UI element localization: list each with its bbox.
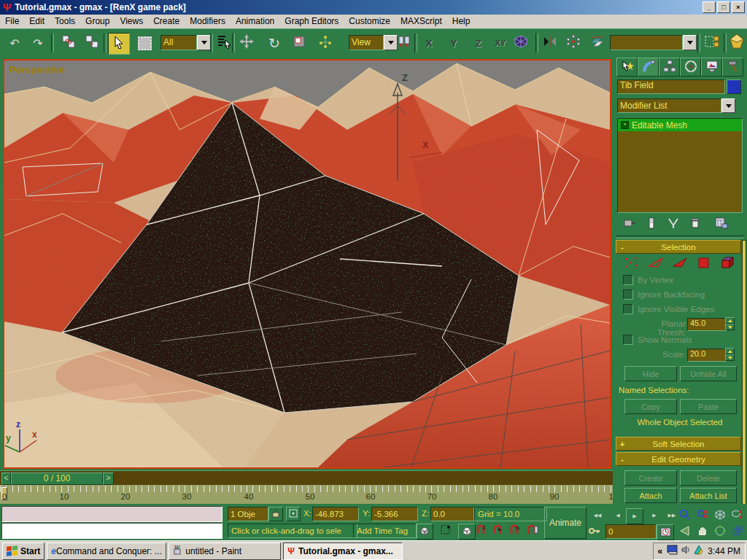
undo-button[interactable]: ↶: [4, 33, 25, 53]
previous-frame-button[interactable]: ◀: [610, 508, 626, 523]
element-mode-icon[interactable]: [719, 256, 737, 271]
pan-button[interactable]: [694, 524, 711, 539]
time-slider-next-button[interactable]: >: [103, 472, 114, 485]
use-pivot-center-button[interactable]: [394, 33, 414, 53]
next-frame-button[interactable]: ▶: [646, 508, 662, 523]
tab-create[interactable]: [616, 58, 638, 77]
named-selection-dropdown[interactable]: [610, 35, 697, 50]
spinner-up-icon[interactable]: [725, 317, 735, 324]
panel-scrollbar[interactable]: [742, 240, 746, 508]
track-view-button[interactable]: [702, 33, 722, 53]
zoom-button[interactable]: [677, 508, 693, 523]
start-button[interactable]: Start: [2, 542, 44, 560]
mirror-button[interactable]: [540, 33, 560, 53]
time-configuration-button[interactable]: [657, 524, 674, 540]
attach-button[interactable]: Attach: [624, 488, 677, 503]
display-settings-tray-icon[interactable]: [667, 545, 678, 557]
align-button[interactable]: [587, 33, 607, 53]
select-object-button[interactable]: [108, 33, 130, 55]
menu-item-create[interactable]: Create: [148, 15, 185, 28]
show-end-result-icon[interactable]: [645, 217, 658, 231]
create-button[interactable]: Create: [624, 470, 677, 486]
menu-item-views[interactable]: Views: [115, 15, 148, 28]
pin-stack-icon[interactable]: [623, 217, 636, 231]
time-slider-handle[interactable]: 0 / 100: [11, 472, 103, 485]
restrict-x-button[interactable]: X: [419, 33, 439, 53]
select-and-rotate-button[interactable]: ↻: [264, 33, 285, 53]
restore-button[interactable]: □: [717, 1, 730, 13]
menu-item-edit[interactable]: Edit: [24, 15, 50, 28]
redo-button[interactable]: ↷: [28, 33, 48, 53]
array-button[interactable]: [563, 33, 584, 53]
configure-modifier-sets-icon[interactable]: [715, 217, 728, 231]
set-key-button[interactable]: [588, 524, 601, 539]
menu-item-file[interactable]: File: [0, 15, 24, 28]
snap-toggle-3d-button[interactable]: 3: [473, 524, 488, 538]
copy-button[interactable]: Copy: [624, 399, 677, 414]
checkbox-icon[interactable]: [623, 289, 633, 300]
menu-item-modifiers[interactable]: Modifiers: [185, 15, 231, 28]
select-by-name-button[interactable]: [214, 33, 234, 53]
title-bar[interactable]: Ψ Tutorial.gmax - gmax - [RenX game pack…: [0, 0, 747, 15]
taskbar-item-command-and-conquer[interactable]: e Command and Conquer: ...: [47, 542, 166, 560]
hide-button[interactable]: Hide: [624, 366, 677, 381]
remove-modifier-icon[interactable]: [689, 217, 702, 231]
checkbox-icon[interactable]: [623, 275, 633, 285]
minimize-button[interactable]: _: [703, 1, 716, 13]
tab-utilities[interactable]: [722, 58, 743, 77]
degradation-override-button[interactable]: [416, 524, 433, 540]
select-and-move-button[interactable]: [236, 33, 257, 53]
expand-icon[interactable]: +: [621, 121, 629, 129]
modifier-list-dropdown[interactable]: Modifier List: [617, 98, 735, 113]
tab-hierarchy[interactable]: [659, 58, 680, 77]
menu-item-help[interactable]: Help: [447, 15, 476, 28]
restrict-z-button[interactable]: Z: [468, 33, 489, 53]
unlink-button[interactable]: [82, 33, 102, 53]
zoom-extents-button[interactable]: [712, 508, 728, 523]
tab-motion[interactable]: [680, 58, 701, 77]
taskbar-item-paint[interactable]: untitled - Paint: [169, 542, 281, 560]
percent-snap-button[interactable]: %: [506, 524, 522, 538]
absolute-offset-toggle[interactable]: [286, 507, 301, 521]
z-coord-field[interactable]: 0.0: [430, 507, 474, 521]
time-slider-prev-button[interactable]: <: [1, 472, 11, 485]
spinner-down-icon[interactable]: [725, 354, 735, 361]
face-mode-icon[interactable]: [671, 256, 689, 271]
menu-item-tools[interactable]: Tools: [50, 15, 80, 28]
menu-item-animation[interactable]: Animation: [231, 15, 279, 28]
add-time-tag-button[interactable]: Add Time Tag: [353, 524, 417, 538]
show-normals-checkbox[interactable]: Show Normals: [623, 335, 692, 345]
current-frame-field[interactable]: 0: [605, 524, 657, 539]
object-color-swatch[interactable]: [727, 79, 741, 94]
viewport-canvas[interactable]: Z X z x y Perspective: [4, 61, 610, 467]
volume-tray-icon[interactable]: [681, 545, 691, 557]
field-of-view-button[interactable]: [677, 524, 693, 539]
select-and-link-button[interactable]: [58, 33, 79, 53]
dropdown-button[interactable]: [197, 35, 211, 50]
paste-button[interactable]: Paste: [680, 399, 737, 414]
scale-field[interactable]: 20.0: [687, 349, 727, 362]
dropdown-button[interactable]: [683, 35, 697, 50]
zoom-all-button[interactable]: [694, 508, 711, 523]
edit-geometry-rollout-header[interactable]: - Edit Geometry: [616, 452, 741, 466]
reference-coord-dropdown[interactable]: View: [349, 35, 398, 50]
restrict-y-button[interactable]: Y: [444, 33, 464, 53]
planar-thresh-field[interactable]: 45.0: [687, 318, 727, 331]
ignore-backfacing-checkbox[interactable]: Ignore Backfacing: [623, 289, 705, 300]
spinner-down-icon[interactable]: [725, 324, 735, 330]
checkbox-icon[interactable]: [623, 304, 633, 314]
spinner-snap-button[interactable]: [525, 524, 540, 538]
close-button[interactable]: ×: [732, 1, 745, 13]
chevron-down-icon[interactable]: [721, 98, 735, 113]
selection-region-mode-button[interactable]: [438, 524, 454, 538]
taskbar-item-gmax[interactable]: Ψ Tutorial.gmax - gmax...: [283, 542, 403, 560]
delete-button[interactable]: Delete: [680, 470, 737, 486]
goto-start-button[interactable]: ◀◀: [589, 508, 605, 523]
tab-display[interactable]: [701, 58, 722, 77]
make-unique-icon[interactable]: [667, 217, 680, 231]
macro-recorder-field[interactable]: [1, 506, 222, 522]
object-name-field[interactable]: Tib Field: [617, 79, 725, 94]
menu-item-maxscript[interactable]: MAXScript: [395, 15, 447, 28]
checkbox-icon[interactable]: [623, 335, 633, 345]
selection-filter-dropdown[interactable]: All: [160, 35, 211, 50]
